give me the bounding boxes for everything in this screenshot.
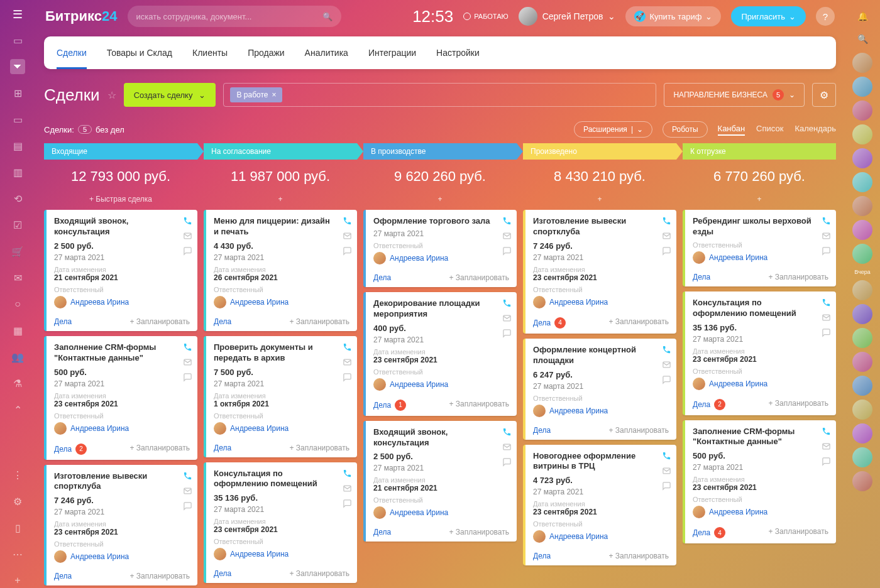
card-deals[interactable]: Дела2 bbox=[693, 399, 725, 410]
plan-button[interactable]: + Запланировать bbox=[129, 444, 190, 455]
chat-icon[interactable] bbox=[183, 501, 192, 513]
chat-icon[interactable] bbox=[183, 246, 192, 258]
plan-button[interactable]: + Запланировать bbox=[449, 528, 509, 536]
responsible[interactable]: Андреева Ирина bbox=[533, 405, 669, 417]
phone-icon[interactable] bbox=[662, 451, 671, 462]
rail-avatar[interactable] bbox=[852, 352, 872, 372]
mail-icon[interactable] bbox=[502, 442, 512, 454]
phone-icon[interactable] bbox=[343, 469, 352, 480]
nav-icon-flask[interactable]: ⚗ bbox=[10, 376, 25, 391]
rail-avatar[interactable] bbox=[852, 101, 872, 121]
rail-avatar[interactable] bbox=[852, 280, 872, 300]
phone-icon[interactable] bbox=[343, 342, 352, 354]
deal-card[interactable]: Входящий звонок, консультация2 500 руб.2… bbox=[44, 210, 197, 331]
responsible[interactable]: Андреева Ирина bbox=[533, 296, 669, 308]
quick-add[interactable]: + bbox=[363, 191, 517, 210]
responsible-link[interactable]: Андреева Ирина bbox=[230, 298, 289, 307]
mail-icon[interactable] bbox=[662, 360, 671, 371]
responsible[interactable]: Андреева Ирина bbox=[214, 296, 349, 308]
card-deals[interactable]: Дела4 bbox=[693, 527, 725, 538]
search-icon[interactable]: 🔍 bbox=[854, 30, 871, 48]
chat-icon[interactable] bbox=[662, 481, 671, 493]
responsible-link[interactable]: Андреева Ирина bbox=[549, 298, 608, 307]
card-deals[interactable]: Дела4 bbox=[533, 317, 566, 329]
rail-avatar[interactable] bbox=[852, 447, 872, 467]
view-tab-1[interactable]: Список bbox=[756, 124, 783, 136]
plan-button[interactable]: + Запланировать bbox=[449, 400, 509, 411]
rail-avatar[interactable] bbox=[852, 148, 872, 168]
card-deals[interactable]: Дела bbox=[693, 273, 710, 281]
nav-icon-apps[interactable]: ⊞ bbox=[10, 85, 25, 101]
rail-avatar[interactable] bbox=[852, 196, 872, 216]
mail-icon[interactable] bbox=[502, 231, 512, 242]
tab-1[interactable]: Товары и Склад bbox=[107, 36, 172, 69]
responsible[interactable]: Андреева Ирина bbox=[373, 506, 509, 519]
mail-icon[interactable] bbox=[822, 442, 831, 453]
responsible-link[interactable]: Андреева Ирина bbox=[230, 424, 289, 433]
rail-avatar[interactable] bbox=[852, 77, 872, 97]
column-header[interactable]: На согласование bbox=[204, 143, 357, 160]
rail-avatar[interactable] bbox=[852, 244, 872, 264]
plan-button[interactable]: + Запланировать bbox=[768, 399, 828, 410]
responsible-link[interactable]: Андреева Ирина bbox=[70, 298, 129, 307]
tab-6[interactable]: Настройки bbox=[436, 36, 480, 69]
phone-icon[interactable] bbox=[183, 216, 192, 227]
mail-icon[interactable] bbox=[183, 231, 192, 242]
plan-button[interactable]: + Запланировать bbox=[768, 527, 828, 538]
nav-icon-cart[interactable]: 🛒 bbox=[10, 244, 25, 259]
settings-button[interactable]: ⚙ bbox=[812, 83, 836, 107]
quick-add[interactable]: + bbox=[204, 191, 357, 210]
deal-card[interactable]: Заполнение CRM-формы "Контактные данные"… bbox=[683, 420, 836, 544]
responsible[interactable]: Андреева Ирина bbox=[54, 550, 190, 563]
work-status[interactable]: РАБОТАЮ bbox=[463, 13, 508, 20]
nav-icon-calendar[interactable]: ▭ bbox=[10, 112, 25, 127]
nav-icon-mail[interactable]: ✉ bbox=[10, 270, 25, 285]
tab-2[interactable]: Клиенты bbox=[192, 36, 228, 69]
nav-icon-plus[interactable]: + bbox=[10, 573, 25, 588]
help-button[interactable]: ? bbox=[816, 7, 835, 26]
nav-icon-collapse[interactable]: ⌃ bbox=[10, 402, 25, 417]
responsible[interactable]: Андреева Ирина bbox=[373, 252, 509, 264]
phone-icon[interactable] bbox=[502, 216, 512, 227]
column-header[interactable]: Входящие bbox=[44, 143, 197, 160]
mail-icon[interactable] bbox=[662, 466, 671, 477]
filter-chip[interactable]: В работе× bbox=[230, 87, 282, 102]
card-deals[interactable]: Дела bbox=[533, 426, 551, 435]
responsible[interactable]: Андреева Ирина bbox=[533, 530, 669, 543]
rail-avatar[interactable] bbox=[852, 124, 872, 144]
hamburger-icon[interactable]: ☰ bbox=[13, 8, 23, 21]
nav-icon-settings[interactable]: ⚙ bbox=[10, 494, 25, 509]
nav-icon-people[interactable]: 👥 bbox=[10, 349, 25, 364]
rail-avatar[interactable] bbox=[852, 53, 872, 73]
chat-icon[interactable] bbox=[662, 246, 671, 258]
robots-button[interactable]: Роботы bbox=[663, 121, 708, 138]
responsible[interactable]: Андреева Ирина bbox=[693, 251, 828, 264]
chat-icon[interactable] bbox=[343, 373, 352, 384]
column-header[interactable]: К отгрузке bbox=[683, 143, 836, 160]
responsible[interactable]: Андреева Ирина bbox=[54, 422, 190, 435]
mail-icon[interactable] bbox=[822, 231, 831, 242]
card-deals[interactable]: Дела bbox=[373, 528, 391, 536]
plan-button[interactable]: + Запланировать bbox=[768, 273, 828, 281]
deal-card[interactable]: Ребрендинг школы верховой ездыОтветствен… bbox=[683, 210, 836, 286]
chat-icon[interactable] bbox=[822, 246, 831, 258]
deal-card[interactable]: Изготовление вывески спортклуба7 246 руб… bbox=[44, 465, 197, 586]
nav-icon-more1[interactable]: ⋮ bbox=[10, 467, 25, 482]
tab-4[interactable]: Аналитика bbox=[305, 36, 348, 69]
invite-button[interactable]: Пригласить⌄ bbox=[731, 6, 806, 26]
responsible-link[interactable]: Андреева Ирина bbox=[709, 508, 767, 516]
rail-avatar[interactable] bbox=[852, 376, 872, 396]
view-tab-0[interactable]: Канбан bbox=[718, 124, 745, 136]
nav-icon-date[interactable]: ▦ bbox=[10, 323, 25, 338]
responsible[interactable]: Андреева Ирина bbox=[693, 506, 828, 518]
logo[interactable]: Битрикс24 bbox=[45, 8, 118, 24]
chat-icon[interactable] bbox=[343, 246, 352, 258]
phone-icon[interactable] bbox=[662, 216, 671, 227]
favorite-star-icon[interactable]: ☆ bbox=[107, 89, 116, 101]
rail-avatar[interactable] bbox=[852, 220, 872, 240]
deal-card[interactable]: Новогоднее оформление витрины в ТРЦ4 723… bbox=[523, 445, 676, 566]
phone-icon[interactable] bbox=[183, 471, 192, 482]
mail-icon[interactable] bbox=[343, 357, 352, 369]
phone-icon[interactable] bbox=[343, 216, 352, 227]
global-search[interactable]: 🔍 bbox=[128, 6, 341, 27]
